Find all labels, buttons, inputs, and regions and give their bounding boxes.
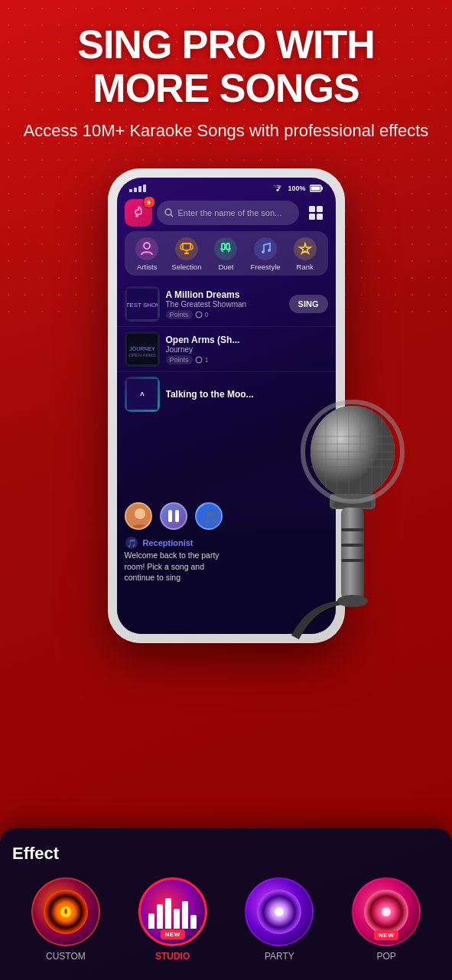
svg-text:GREATEST SHOWMAN: GREATEST SHOWMAN <box>127 302 158 309</box>
song-artist-2: Journey <box>166 345 328 354</box>
bar-2 <box>157 904 163 929</box>
chat-user-icon: 🎵 <box>125 536 138 550</box>
svg-rect-2 <box>138 186 141 192</box>
chat-line1: Welcome back to the party <box>125 550 219 560</box>
greatest-showman-art: GREATEST SHOWMAN <box>125 286 160 322</box>
vinyl-party <box>257 890 301 934</box>
vinyl-center-party <box>275 907 284 916</box>
svg-point-25 <box>196 357 202 363</box>
chat-line3: continue to sing <box>125 573 181 582</box>
effect-item-custom[interactable]: CUSTOM <box>31 877 100 962</box>
effect-item-party[interactable]: PARTY <box>245 877 314 962</box>
moon-song-icon: Λ <box>127 379 158 410</box>
svg-rect-1 <box>134 188 137 192</box>
search-placeholder: Enter the name of the son... <box>178 208 282 217</box>
effect-label-party: PARTY <box>265 951 294 962</box>
sing-button-1[interactable]: SING <box>289 295 328 313</box>
song-title-3: Talking to the Moo... <box>166 389 328 400</box>
title-line1: SING PRO WITH <box>77 22 375 67</box>
grid-view-icon <box>307 204 324 221</box>
phone-mockup: 100% <box>108 168 345 643</box>
user-avatars: 🎵 <box>117 496 336 536</box>
subtitle: Access 10M+ Karaoke Songs with professio… <box>15 119 437 143</box>
song-item-1[interactable]: GREATEST SHOWMAN A Million Dreams The Gr… <box>117 282 336 327</box>
greatest-showman-icon: GREATEST SHOWMAN <box>127 289 158 319</box>
svg-rect-10 <box>309 206 315 212</box>
effect-circle-studio: NEW <box>138 877 207 946</box>
bar-1 <box>148 913 154 929</box>
music-note-icon <box>258 241 273 256</box>
selection-icon <box>175 237 198 260</box>
svg-rect-6 <box>311 187 320 191</box>
music-note-avatar-icon: 🎵 <box>197 504 223 530</box>
effect-label-studio: STUDIO <box>155 951 190 962</box>
chat-message-text: Welcome back to the party room! Pick a s… <box>125 550 328 583</box>
tab-freestyle[interactable]: Freestyle <box>246 237 285 271</box>
signal-icon <box>129 185 152 192</box>
bar-4 <box>174 909 180 929</box>
svg-text:🎵: 🎵 <box>203 511 218 525</box>
artists-label: Artists <box>137 263 157 271</box>
tab-selection[interactable]: Selection <box>167 237 206 271</box>
song-thumb-3: Λ <box>125 377 160 412</box>
song-artist-1: The Greatest Showman <box>166 300 283 309</box>
points-icon-1 <box>195 311 203 318</box>
mic-duet-icon <box>218 241 233 256</box>
selection-label: Selection <box>171 263 201 271</box>
wifi-icon <box>272 184 284 193</box>
svg-rect-12 <box>309 214 315 220</box>
vinyl-center-pop <box>382 907 391 916</box>
song-info-2: Open Arms (Sh... Journey Points 1 <box>166 335 328 364</box>
chat-username-row: 🎵 Receptionist <box>125 536 328 550</box>
bar-3 <box>165 898 171 929</box>
freestyle-icon <box>254 237 277 260</box>
search-row: Enter the name of the son... <box>117 199 336 227</box>
svg-point-8 <box>165 209 171 215</box>
chat-line2: room! Pick a song and <box>125 562 204 571</box>
svg-text:Λ: Λ <box>140 390 145 397</box>
chat-messages: 🎵 Receptionist Welcome back to the party… <box>117 536 336 583</box>
rank-trophy-icon <box>298 241 313 256</box>
search-bar[interactable]: Enter the name of the son... <box>157 201 299 225</box>
points-icon-2 <box>195 356 203 364</box>
song-item-2[interactable]: JOURNEY OPEN ARMS Open Arms (Sh... Journ… <box>117 327 336 372</box>
tab-duet[interactable]: Duet <box>206 237 246 271</box>
moon-art: Λ <box>125 377 160 412</box>
freestyle-label: Freestyle <box>251 263 281 271</box>
tabs-row: Artists Select <box>128 237 325 271</box>
svg-rect-0 <box>129 189 132 192</box>
svg-point-14 <box>144 243 150 249</box>
bar-6 <box>190 915 197 929</box>
song-item-3[interactable]: Λ Talking to the Moo... <box>117 372 336 416</box>
person-icon <box>139 241 154 256</box>
studio-new-badge: NEW <box>161 929 185 939</box>
avatar-1 <box>125 502 152 530</box>
vinyl-pop <box>364 890 408 934</box>
user-avatar-1-icon <box>126 504 152 530</box>
bar-chart-studio <box>148 895 197 929</box>
effect-title: Effect <box>12 844 440 864</box>
header-section: SING PRO WITH MORE SONGS Access 10M+ Kar… <box>0 23 452 143</box>
song-title-1: A Million Dreams <box>166 289 283 300</box>
song-thumb-2: JOURNEY OPEN ARMS <box>125 332 160 367</box>
category-tabs: Artists Select <box>125 231 328 276</box>
points-count-2: 1 <box>205 356 209 364</box>
battery-text: 100% <box>288 185 305 192</box>
duet-icon <box>214 237 237 260</box>
song-title-2: Open Arms (Sh... <box>166 335 328 345</box>
points-badge-1: Points <box>166 310 193 319</box>
svg-text:JOURNEY: JOURNEY <box>129 346 155 351</box>
tab-artists[interactable]: Artists <box>128 237 167 271</box>
svg-rect-30 <box>168 510 172 522</box>
tab-rank[interactable]: Rank <box>285 237 325 271</box>
effect-circle-party <box>245 877 314 946</box>
journey-art: JOURNEY OPEN ARMS <box>125 332 160 367</box>
rank-label: Rank <box>297 263 314 271</box>
app-icon-button[interactable] <box>125 199 152 227</box>
effect-item-studio[interactable]: NEW STUDIO <box>138 877 207 962</box>
grid-icon[interactable] <box>304 201 328 225</box>
effect-label-pop: POP <box>376 951 395 962</box>
effect-item-pop[interactable]: NEW POP <box>352 877 421 962</box>
song-thumb-1: GREATEST SHOWMAN <box>125 286 160 322</box>
svg-rect-3 <box>143 185 146 192</box>
